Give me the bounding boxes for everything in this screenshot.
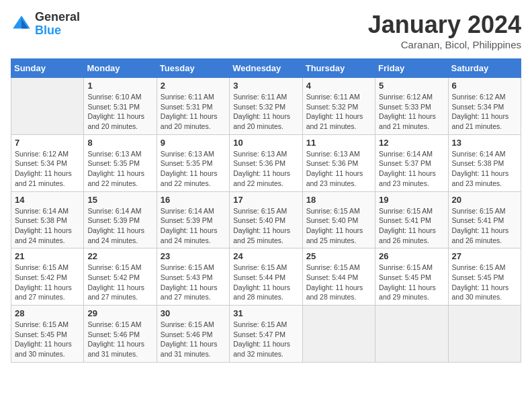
calendar-cell: 24Sunrise: 6:15 AMSunset: 5:44 PMDayligh…: [230, 248, 302, 306]
calendar-cell: 31Sunrise: 6:15 AMSunset: 5:47 PMDayligh…: [230, 306, 302, 363]
calendar-cell: 4Sunrise: 6:11 AMSunset: 5:32 PMDaylight…: [302, 78, 375, 135]
calendar-cell: 29Sunrise: 6:15 AMSunset: 5:46 PMDayligh…: [84, 306, 157, 363]
day-number: 6: [452, 81, 517, 91]
logo-general: General: [35, 11, 80, 24]
calendar-cell: 3Sunrise: 6:11 AMSunset: 5:32 PMDaylight…: [230, 78, 302, 135]
header: General Blue January 2024 Caranan, Bicol…: [11, 11, 521, 50]
day-number: 18: [306, 195, 371, 205]
day-number: 7: [15, 138, 80, 148]
day-info: Sunrise: 6:11 AMSunset: 5:32 PMDaylight:…: [306, 92, 371, 132]
day-number: 24: [233, 251, 298, 261]
day-number: 5: [379, 81, 444, 91]
day-info: Sunrise: 6:15 AMSunset: 5:44 PMDaylight:…: [233, 263, 298, 302]
calendar-cell: 2Sunrise: 6:11 AMSunset: 5:31 PMDaylight…: [157, 78, 229, 135]
calendar-cell: 19Sunrise: 6:15 AMSunset: 5:41 PMDayligh…: [375, 191, 448, 248]
day-info: Sunrise: 6:15 AMSunset: 5:42 PMDaylight:…: [15, 263, 80, 302]
calendar-cell: 16Sunrise: 6:14 AMSunset: 5:39 PMDayligh…: [157, 191, 229, 248]
day-info: Sunrise: 6:14 AMSunset: 5:39 PMDaylight:…: [161, 206, 226, 246]
calendar-cell: [11, 78, 84, 135]
day-number: 3: [233, 81, 298, 91]
calendar-cell: 12Sunrise: 6:14 AMSunset: 5:37 PMDayligh…: [375, 134, 448, 191]
day-number: 20: [452, 195, 517, 205]
day-info: Sunrise: 6:15 AMSunset: 5:44 PMDaylight:…: [306, 263, 371, 302]
calendar-cell: 23Sunrise: 6:15 AMSunset: 5:43 PMDayligh…: [157, 248, 229, 306]
day-info: Sunrise: 6:12 AMSunset: 5:33 PMDaylight:…: [379, 92, 444, 132]
calendar-cell: [448, 306, 521, 363]
calendar-cell: [375, 306, 448, 363]
day-info: Sunrise: 6:15 AMSunset: 5:40 PMDaylight:…: [306, 206, 371, 246]
weekday-header: Wednesday: [230, 59, 302, 78]
calendar-cell: 20Sunrise: 6:15 AMSunset: 5:41 PMDayligh…: [448, 191, 521, 248]
day-number: 11: [306, 138, 371, 148]
day-number: 1: [87, 81, 152, 91]
day-info: Sunrise: 6:14 AMSunset: 5:37 PMDaylight:…: [379, 149, 444, 189]
day-info: Sunrise: 6:11 AMSunset: 5:31 PMDaylight:…: [161, 92, 226, 132]
calendar-cell: [302, 306, 375, 363]
day-info: Sunrise: 6:15 AMSunset: 5:41 PMDaylight:…: [379, 206, 444, 246]
day-number: 22: [87, 251, 152, 261]
calendar-cell: 30Sunrise: 6:15 AMSunset: 5:46 PMDayligh…: [157, 306, 229, 363]
day-info: Sunrise: 6:13 AMSunset: 5:36 PMDaylight:…: [233, 149, 298, 189]
day-number: 8: [87, 138, 152, 148]
calendar-cell: 14Sunrise: 6:14 AMSunset: 5:38 PMDayligh…: [11, 191, 84, 248]
day-number: 25: [306, 251, 371, 261]
day-number: 29: [87, 308, 152, 318]
day-info: Sunrise: 6:12 AMSunset: 5:34 PMDaylight:…: [15, 149, 80, 189]
logo-blue: Blue: [35, 24, 80, 38]
calendar-week: 21Sunrise: 6:15 AMSunset: 5:42 PMDayligh…: [11, 248, 521, 306]
weekday-header: Saturday: [448, 59, 521, 78]
day-info: Sunrise: 6:13 AMSunset: 5:35 PMDaylight:…: [87, 149, 152, 189]
calendar-cell: 27Sunrise: 6:15 AMSunset: 5:45 PMDayligh…: [448, 248, 521, 306]
day-number: 26: [379, 251, 444, 261]
day-number: 23: [161, 251, 226, 261]
day-info: Sunrise: 6:15 AMSunset: 5:45 PMDaylight:…: [15, 320, 80, 359]
day-info: Sunrise: 6:15 AMSunset: 5:45 PMDaylight:…: [379, 263, 444, 302]
day-info: Sunrise: 6:12 AMSunset: 5:34 PMDaylight:…: [452, 92, 517, 132]
day-info: Sunrise: 6:15 AMSunset: 5:41 PMDaylight:…: [452, 206, 517, 246]
day-info: Sunrise: 6:14 AMSunset: 5:38 PMDaylight:…: [15, 206, 80, 246]
logo: General Blue: [11, 11, 80, 38]
day-number: 4: [306, 81, 371, 91]
weekday-header: Tuesday: [157, 59, 229, 78]
calendar-week: 7Sunrise: 6:12 AMSunset: 5:34 PMDaylight…: [11, 134, 521, 191]
day-info: Sunrise: 6:15 AMSunset: 5:45 PMDaylight:…: [452, 263, 517, 302]
day-info: Sunrise: 6:13 AMSunset: 5:36 PMDaylight:…: [306, 149, 371, 189]
day-number: 27: [452, 251, 517, 261]
day-info: Sunrise: 6:15 AMSunset: 5:40 PMDaylight:…: [233, 206, 298, 246]
calendar-week: 14Sunrise: 6:14 AMSunset: 5:38 PMDayligh…: [11, 191, 521, 248]
weekday-header: Friday: [375, 59, 448, 78]
calendar-cell: 10Sunrise: 6:13 AMSunset: 5:36 PMDayligh…: [230, 134, 302, 191]
calendar-table: SundayMondayTuesdayWednesdayThursdayFrid…: [11, 58, 521, 363]
calendar-cell: 1Sunrise: 6:10 AMSunset: 5:31 PMDaylight…: [84, 78, 157, 135]
location: Caranan, Bicol, Philippines: [368, 39, 521, 50]
calendar-cell: 6Sunrise: 6:12 AMSunset: 5:34 PMDaylight…: [448, 78, 521, 135]
calendar-cell: 28Sunrise: 6:15 AMSunset: 5:45 PMDayligh…: [11, 306, 84, 363]
calendar-cell: 7Sunrise: 6:12 AMSunset: 5:34 PMDaylight…: [11, 134, 84, 191]
svg-marker-1: [21, 19, 28, 28]
day-number: 19: [379, 195, 444, 205]
calendar-cell: 9Sunrise: 6:13 AMSunset: 5:35 PMDaylight…: [157, 134, 229, 191]
calendar-cell: 21Sunrise: 6:15 AMSunset: 5:42 PMDayligh…: [11, 248, 84, 306]
day-number: 15: [87, 195, 152, 205]
day-info: Sunrise: 6:11 AMSunset: 5:32 PMDaylight:…: [233, 92, 298, 132]
calendar-cell: 17Sunrise: 6:15 AMSunset: 5:40 PMDayligh…: [230, 191, 302, 248]
calendar-cell: 5Sunrise: 6:12 AMSunset: 5:33 PMDaylight…: [375, 78, 448, 135]
day-number: 9: [161, 138, 226, 148]
calendar-week: 28Sunrise: 6:15 AMSunset: 5:45 PMDayligh…: [11, 306, 521, 363]
day-number: 14: [15, 195, 80, 205]
day-info: Sunrise: 6:13 AMSunset: 5:35 PMDaylight:…: [161, 149, 226, 189]
calendar-cell: 26Sunrise: 6:15 AMSunset: 5:45 PMDayligh…: [375, 248, 448, 306]
logo-icon: [11, 13, 32, 35]
month-title: January 2024: [368, 11, 521, 39]
calendar-cell: 15Sunrise: 6:14 AMSunset: 5:39 PMDayligh…: [84, 191, 157, 248]
calendar-body: 1Sunrise: 6:10 AMSunset: 5:31 PMDaylight…: [11, 78, 521, 363]
calendar-cell: 11Sunrise: 6:13 AMSunset: 5:36 PMDayligh…: [302, 134, 375, 191]
calendar-cell: 13Sunrise: 6:14 AMSunset: 5:38 PMDayligh…: [448, 134, 521, 191]
day-number: 2: [161, 81, 226, 91]
day-number: 30: [161, 308, 226, 318]
weekday-header: Monday: [84, 59, 157, 78]
day-number: 16: [161, 195, 226, 205]
calendar-cell: 18Sunrise: 6:15 AMSunset: 5:40 PMDayligh…: [302, 191, 375, 248]
day-number: 10: [233, 138, 298, 148]
day-info: Sunrise: 6:15 AMSunset: 5:46 PMDaylight:…: [161, 320, 226, 359]
